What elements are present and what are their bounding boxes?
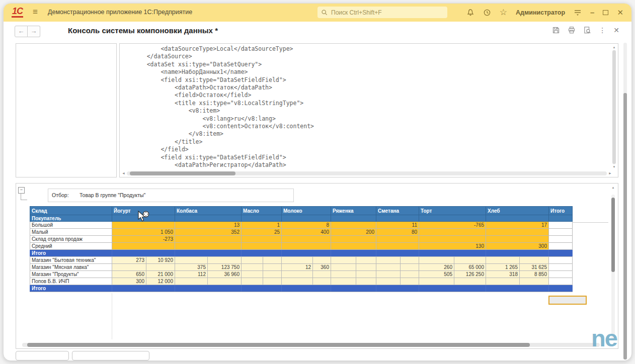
favorites-star-icon[interactable]: ☆ [500, 9, 507, 17]
table-cell[interactable] [419, 229, 486, 236]
scroll-thumb[interactable] [611, 198, 615, 272]
history-icon[interactable] [483, 9, 491, 17]
table-cell[interactable]: 25 [242, 229, 282, 236]
bottom-panel-box[interactable] [16, 351, 69, 360]
close-button[interactable]: ✕ [617, 9, 623, 17]
bottom-panel-box[interactable] [72, 351, 149, 360]
table-cell[interactable] [376, 285, 419, 292]
table-cell[interactable]: 1 [242, 222, 282, 229]
result-table[interactable]: СкладЙогуртКолбасаМаслоМолокоРяженкаСмет… [30, 206, 573, 292]
itogo-cell[interactable] [549, 257, 573, 264]
table-cell[interactable] [331, 243, 376, 250]
table-cell[interactable] [520, 257, 549, 264]
scroll-right-icon[interactable]: ► [608, 171, 612, 176]
table-cell[interactable]: 17 [486, 222, 549, 229]
xml-line[interactable]: <v8:content>Остаток</v8:content> [133, 123, 608, 130]
table-cell[interactable] [112, 285, 175, 292]
table-cell[interactable]: 36 960 [208, 271, 242, 278]
table-cell[interactable] [175, 243, 242, 250]
nav-forward-button[interactable]: → [28, 26, 40, 37]
table-cell[interactable] [263, 278, 282, 285]
totals-label[interactable]: Итого [30, 285, 112, 292]
main-menu-hamburger-icon[interactable]: ≡ [33, 8, 38, 17]
table-cell[interactable] [356, 257, 376, 264]
save-icon[interactable] [552, 26, 560, 34]
row-label[interactable]: Попов Б.В. ИЧП [30, 278, 112, 285]
table-cell[interactable] [242, 243, 282, 250]
table-cell[interactable] [376, 271, 401, 278]
xml-vertical-scrollbar[interactable]: ▲ ▼ [612, 45, 616, 169]
table-cell[interactable] [376, 243, 419, 250]
xml-line[interactable]: <v8:item> [133, 107, 608, 115]
table-cell[interactable]: 10 920 [146, 257, 175, 264]
results-horizontal-scrollbar[interactable] [22, 342, 600, 347]
table-cell[interactable] [313, 257, 331, 264]
row-label[interactable]: Средний [30, 243, 112, 250]
table-cell[interactable] [376, 250, 419, 257]
table-cell[interactable]: 80 [376, 229, 419, 236]
table-cell[interactable] [331, 264, 356, 271]
table-cell[interactable] [486, 285, 549, 292]
table-cell[interactable] [401, 271, 419, 278]
table-cell[interactable]: 1 265 [486, 264, 520, 271]
table-cell[interactable] [356, 278, 376, 285]
table-cell[interactable] [401, 264, 419, 271]
search-input[interactable] [330, 9, 444, 17]
table-cell[interactable] [419, 236, 486, 243]
table-cell[interactable] [549, 285, 573, 292]
scroll-thumb[interactable] [623, 93, 627, 359]
table-cell[interactable] [486, 236, 549, 243]
header-sklad[interactable]: Склад [30, 207, 112, 215]
table-cell[interactable] [242, 264, 263, 271]
header-column[interactable]: Колбаса [175, 207, 242, 215]
header-column[interactable]: Масло [242, 207, 282, 215]
totals-label[interactable]: Итого [30, 250, 112, 257]
table-cell[interactable] [376, 257, 401, 264]
table-cell[interactable] [282, 257, 313, 264]
table-cell[interactable]: 352 [175, 229, 242, 236]
table-cell[interactable] [175, 257, 208, 264]
table-cell[interactable] [282, 285, 331, 292]
header-column[interactable]: Хлеб [486, 207, 549, 215]
table-cell[interactable] [282, 236, 331, 243]
xml-code[interactable]: <dataSourceType>Local</dataSourceType> <… [133, 45, 608, 169]
table-cell[interactable]: 112 [175, 271, 208, 278]
table-cell[interactable] [242, 278, 263, 285]
search-box[interactable] [318, 7, 447, 18]
tree-panel[interactable] [16, 43, 117, 177]
header-column[interactable]: Торт [419, 207, 486, 215]
1c-logo[interactable]: 1С [12, 7, 23, 18]
xml-line[interactable]: </field> [133, 146, 608, 153]
table-cell[interactable] [419, 257, 454, 264]
table-cell[interactable]: 300 [486, 243, 549, 250]
maximize-button[interactable] [603, 10, 608, 15]
table-cell[interactable] [356, 271, 376, 278]
table-cell[interactable] [331, 222, 376, 229]
xml-line[interactable]: <dataPath>Остаток</dataPath> [133, 84, 608, 92]
table-cell[interactable]: 273 [112, 257, 146, 264]
table-cell[interactable] [112, 250, 175, 257]
notifications-bell-icon[interactable] [466, 9, 474, 17]
service-menu-icon[interactable] [574, 9, 582, 17]
table-cell[interactable] [401, 278, 419, 285]
table-cell[interactable] [331, 278, 356, 285]
header-column[interactable]: Сметана [376, 207, 419, 215]
table-cell[interactable]: 21 000 [146, 271, 175, 278]
table-cell[interactable]: 126 250 [454, 271, 486, 278]
header-column-blank[interactable] [175, 215, 242, 222]
header-column-blank[interactable] [549, 215, 573, 222]
table-cell[interactable] [419, 250, 486, 257]
table-cell[interactable] [331, 271, 356, 278]
header-column-blank[interactable] [486, 215, 549, 222]
form-close-icon[interactable]: ✕ [613, 26, 619, 34]
itogo-cell[interactable] [549, 222, 573, 229]
header-pokupatel[interactable]: Покупатель [30, 215, 112, 222]
table-cell[interactable]: 11 [376, 222, 419, 229]
table-cell[interactable] [356, 264, 376, 271]
table-cell[interactable] [112, 264, 146, 271]
print-preview-icon[interactable] [583, 26, 591, 34]
table-cell[interactable] [331, 285, 376, 292]
table-cell[interactable]: 65 000 [454, 264, 486, 271]
table-cell[interactable] [401, 257, 419, 264]
itogo-cell[interactable] [549, 278, 573, 285]
